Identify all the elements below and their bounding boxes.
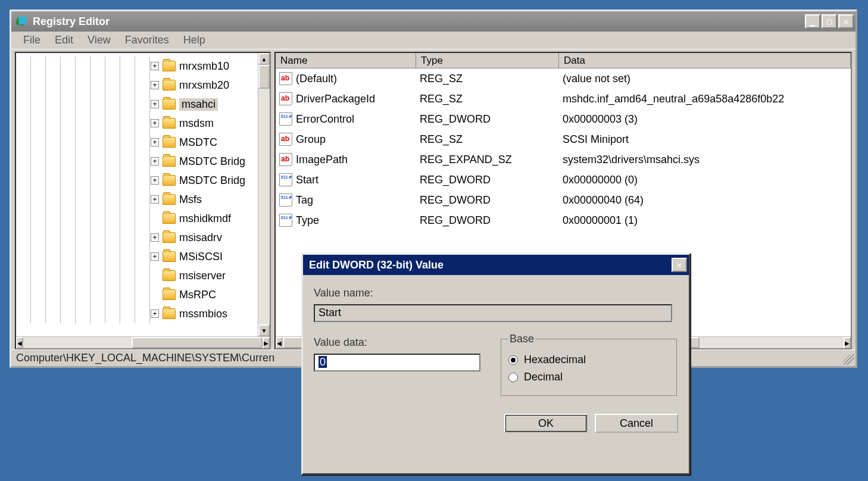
value-row[interactable]: StartREG_DWORD0x00000000 (0) bbox=[276, 170, 851, 190]
value-row[interactable]: DriverPackageIdREG_SZmshdc.inf_amd64_neu… bbox=[276, 89, 851, 109]
value-type: REG_SZ bbox=[420, 73, 563, 85]
cancel-button[interactable]: Cancel bbox=[595, 414, 678, 433]
tree-item-label: MSDTC Bridg bbox=[179, 174, 245, 187]
tree-item-label: msiserver bbox=[179, 270, 226, 282]
scroll-right-icon[interactable]: ▶ bbox=[263, 337, 270, 349]
values-header[interactable]: Name Type Data bbox=[276, 53, 851, 68]
value-name: Tag bbox=[296, 194, 313, 207]
tree-item[interactable]: mshidkmdf bbox=[16, 209, 258, 228]
scroll-left-icon[interactable]: ◀ bbox=[276, 337, 283, 349]
tree-item[interactable]: +MSiSCSI bbox=[16, 247, 258, 266]
scroll-right-icon[interactable]: ▶ bbox=[844, 337, 851, 349]
menu-file[interactable]: File bbox=[16, 34, 48, 46]
tree-item[interactable]: +msahci bbox=[16, 95, 258, 114]
expander-icon[interactable]: + bbox=[151, 233, 159, 242]
value-type: REG_SZ bbox=[420, 93, 563, 105]
dword-value-icon bbox=[279, 173, 292, 186]
value-data: 0x00000003 (3) bbox=[563, 113, 851, 126]
tree-item[interactable]: +msdsm bbox=[16, 114, 258, 133]
expander-icon[interactable]: + bbox=[151, 252, 159, 261]
folder-icon bbox=[163, 80, 176, 90]
column-type[interactable]: Type bbox=[416, 53, 559, 68]
tree-item[interactable]: +MSDTC Bridg bbox=[16, 152, 258, 171]
value-name: Group bbox=[296, 133, 326, 146]
tree-item[interactable]: +MSDTC bbox=[16, 133, 258, 152]
folder-icon bbox=[163, 118, 176, 129]
value-type: REG_EXPAND_SZ bbox=[420, 154, 563, 166]
close-button[interactable]: ✕ bbox=[838, 14, 854, 29]
tree-pane: +mrxsmb10+mrxsmb20+msahci+msdsm+MSDTC+MS… bbox=[15, 52, 271, 349]
titlebar[interactable]: Registry Editor ▁ ▢ ✕ bbox=[11, 11, 855, 32]
tree-item[interactable]: +mrxsmb10 bbox=[16, 57, 258, 76]
scroll-up-icon[interactable]: ▲ bbox=[258, 53, 270, 65]
window-title: Registry Editor bbox=[33, 15, 804, 28]
value-row[interactable]: (Default)REG_SZ(value not set) bbox=[276, 68, 851, 89]
scroll-left-icon[interactable]: ◀ bbox=[16, 337, 23, 349]
dialog-close-button[interactable]: ✕ bbox=[672, 258, 687, 272]
value-row[interactable]: GroupREG_SZSCSI Miniport bbox=[276, 129, 851, 149]
resize-grip-icon[interactable] bbox=[844, 354, 854, 365]
value-row[interactable]: TypeREG_DWORD0x00000001 (1) bbox=[276, 210, 851, 230]
tree-item[interactable]: MsRPC bbox=[16, 285, 258, 304]
scroll-down-icon[interactable]: ▼ bbox=[258, 324, 270, 336]
value-type: REG_DWORD bbox=[420, 174, 563, 186]
tree-item[interactable]: +mssmbios bbox=[16, 304, 258, 323]
expander-icon[interactable]: + bbox=[151, 100, 159, 108]
value-row[interactable]: ImagePathREG_EXPAND_SZsystem32\drivers\m… bbox=[276, 149, 851, 170]
menu-favorites[interactable]: Favorites bbox=[118, 34, 176, 46]
tree-item[interactable]: +msisadrv bbox=[16, 228, 258, 247]
value-data-label: Value data: bbox=[314, 336, 480, 349]
regedit-icon bbox=[15, 15, 28, 28]
radio-decimal[interactable]: Decimal bbox=[508, 371, 669, 383]
folder-icon bbox=[163, 61, 176, 71]
column-data[interactable]: Data bbox=[559, 53, 851, 68]
string-value-icon bbox=[279, 153, 292, 166]
folder-icon bbox=[163, 137, 176, 148]
column-name[interactable]: Name bbox=[276, 53, 416, 68]
tree-horizontal-scrollbar[interactable]: ◀ ▶ bbox=[16, 336, 270, 348]
dword-value-icon bbox=[279, 214, 292, 227]
expander-icon[interactable]: + bbox=[151, 138, 159, 146]
dialog-titlebar[interactable]: Edit DWORD (32-bit) Value ✕ bbox=[303, 255, 689, 275]
expander-icon[interactable]: + bbox=[151, 81, 159, 89]
tree-item[interactable]: +mrxsmb20 bbox=[16, 76, 258, 95]
dialog-buttons: OK Cancel bbox=[303, 401, 689, 441]
ok-button[interactable]: OK bbox=[504, 414, 588, 433]
expander-icon[interactable]: + bbox=[151, 195, 159, 204]
tree-item-label: mrxsmb10 bbox=[179, 60, 229, 73]
value-row[interactable]: ErrorControlREG_DWORD0x00000003 (3) bbox=[276, 109, 851, 129]
folder-icon bbox=[163, 251, 176, 262]
tree-item-label: MsRPC bbox=[179, 289, 216, 301]
radio-dot-icon bbox=[508, 373, 518, 382]
minimize-button[interactable]: ▁ bbox=[805, 14, 820, 29]
value-data-field[interactable]: 0 bbox=[314, 354, 480, 371]
tree-item-label: MSDTC bbox=[179, 136, 217, 149]
menu-help[interactable]: Help bbox=[176, 34, 213, 46]
tree-item[interactable]: +MSDTC Bridg bbox=[16, 171, 258, 190]
value-row[interactable]: TagREG_DWORD0x00000040 (64) bbox=[276, 190, 851, 210]
tree-item[interactable]: +Msfs bbox=[16, 190, 258, 209]
edit-dword-dialog: Edit DWORD (32-bit) Value ✕ Value name: … bbox=[301, 253, 691, 475]
tree-item[interactable]: msiserver bbox=[16, 266, 258, 285]
scroll-thumb[interactable] bbox=[132, 337, 263, 348]
expander-icon[interactable]: + bbox=[151, 62, 159, 70]
expander-icon[interactable]: + bbox=[151, 176, 159, 185]
tree-item-label: msdsm bbox=[179, 117, 214, 130]
maximize-button[interactable]: ▢ bbox=[822, 14, 837, 29]
radio-hexadecimal[interactable]: Hexadecimal bbox=[508, 354, 669, 366]
value-data: system32\drivers\msahci.sys bbox=[563, 154, 851, 166]
dword-value-icon bbox=[279, 113, 292, 126]
menu-view[interactable]: View bbox=[80, 34, 118, 46]
key-tree[interactable]: +mrxsmb10+mrxsmb20+msahci+msdsm+MSDTC+MS… bbox=[16, 53, 258, 336]
radio-dot-icon bbox=[508, 355, 518, 365]
expander-icon[interactable]: + bbox=[151, 119, 159, 127]
dialog-title: Edit DWORD (32-bit) Value bbox=[307, 259, 670, 271]
menu-edit[interactable]: Edit bbox=[48, 34, 80, 46]
expander-icon[interactable]: + bbox=[151, 310, 159, 318]
tree-item-label: MSiSCSI bbox=[179, 251, 223, 263]
string-value-icon bbox=[279, 133, 292, 146]
expander-icon[interactable]: + bbox=[151, 157, 159, 165]
value-data: 0x00000040 (64) bbox=[563, 194, 851, 207]
scroll-thumb[interactable] bbox=[258, 65, 270, 89]
tree-vertical-scrollbar[interactable]: ▲ ▼ bbox=[258, 53, 270, 336]
